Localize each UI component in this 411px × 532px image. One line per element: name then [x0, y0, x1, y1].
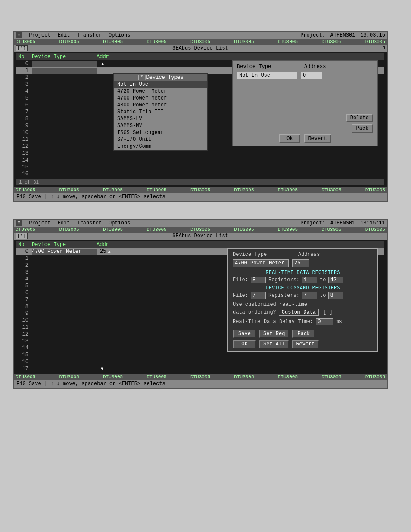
window1-menu-transfer[interactable]: Transfer: [77, 32, 102, 38]
window2-registers-label: Registers:: [268, 277, 299, 283]
table-row[interactable]: 15: [16, 352, 384, 358]
window1-dtu-bottom-7[interactable]: DTU3005: [278, 187, 298, 193]
window2-dtu-1[interactable]: DTU3005: [16, 227, 35, 232]
window2-dtu-7[interactable]: DTU3005: [278, 227, 298, 232]
table-row[interactable]: 15: [16, 164, 384, 171]
window2-revert-btn[interactable]: Revert: [292, 340, 319, 348]
window2-address-input[interactable]: [292, 259, 309, 267]
window2-realtime-row: File: Registers: to: [233, 277, 373, 283]
window1-win-btn[interactable]: [*]: [16, 45, 28, 51]
window1-dtu-bottom-1[interactable]: DTU3005: [16, 187, 35, 193]
window2-delay-input[interactable]: [316, 318, 333, 325]
window1-dtu-2[interactable]: DTU3005: [59, 39, 79, 44]
window1-menu-options[interactable]: Options: [109, 32, 130, 38]
window2-dtu-bottom-6[interactable]: DTU3005: [234, 374, 254, 380]
window2-project-name: ATHENS01: [330, 220, 355, 226]
table-row[interactable]: 16: [16, 171, 384, 177]
window2-win-btn[interactable]: [*]: [16, 233, 28, 239]
window2-custom-data-btn[interactable]: Custom Data: [279, 309, 319, 316]
dropdown-item[interactable]: ISGS Switchgear: [114, 129, 207, 136]
window2-dtu-bottom-5[interactable]: DTU3005: [190, 374, 210, 380]
window2-dtu-bottom-7[interactable]: DTU3005: [278, 374, 298, 380]
window1-dtu-bottom-9[interactable]: DTU3005: [365, 187, 385, 193]
window1-dtu-bottom-2[interactable]: DTU3005: [59, 187, 79, 193]
window1-pack-row: Pack: [237, 124, 373, 133]
window2-dtu-bottom-1[interactable]: DTU3005: [16, 374, 35, 380]
window1-pack-btn[interactable]: Pack: [352, 124, 373, 133]
window1-project-name: ATHENS01: [330, 32, 355, 38]
window2-menu-icon[interactable]: ≡: [16, 220, 22, 226]
window1-device-type-input[interactable]: [237, 72, 297, 79]
window2-reg2-to-input[interactable]: [328, 292, 343, 299]
dropdown-item[interactable]: 4720 Power Meter: [114, 88, 207, 95]
table-row[interactable]: 14: [16, 157, 384, 164]
window2-device-type-input[interactable]: [233, 259, 289, 267]
window1-delete-btn[interactable]: Delete: [346, 114, 373, 122]
window2-dtu-6[interactable]: DTU3005: [234, 227, 254, 232]
window2-file2-input[interactable]: [251, 292, 266, 299]
window1-dtu-bottom-8[interactable]: DTU3005: [321, 187, 341, 193]
window2-menu-project[interactable]: Project: [29, 220, 50, 226]
window2-dtu-bottom-2[interactable]: DTU3005: [59, 374, 79, 380]
dropdown-item[interactable]: 4700 Power Meter: [114, 95, 207, 102]
window1-address-input[interactable]: [301, 72, 322, 79]
window2-btn-row2: Ok Set All Revert: [233, 340, 373, 348]
window2-reg-to-input[interactable]: [328, 277, 343, 283]
dropdown-item[interactable]: Not In Use: [114, 81, 207, 88]
window1-dtu-6[interactable]: DTU3005: [234, 39, 254, 44]
window2-dtu-bottom-4[interactable]: DTU3005: [146, 374, 166, 380]
window2-pack-btn[interactable]: Pack: [292, 330, 315, 338]
window2-menu-options[interactable]: Options: [109, 220, 130, 226]
window1-dtu-8[interactable]: DTU3005: [321, 39, 341, 44]
window2-set-all-btn[interactable]: Set All: [259, 340, 289, 348]
window2-checkbox[interactable]: [ ]: [323, 309, 333, 315]
dropdown-item[interactable]: S7-I/O Unit: [114, 136, 207, 143]
window2-set-reg-btn[interactable]: Set Reg: [259, 330, 289, 338]
window2-save-btn[interactable]: Save: [233, 330, 256, 338]
window2-dtu-5[interactable]: DTU3005: [190, 227, 210, 232]
window2-dtu-bottom-3[interactable]: DTU3005: [103, 374, 123, 380]
window1-dtu-3[interactable]: DTU3005: [103, 39, 123, 44]
window1-dtu-5[interactable]: DTU3005: [190, 39, 210, 44]
dropdown-item[interactable]: 4300 Power Meter: [114, 102, 207, 109]
window2-menu-transfer[interactable]: Transfer: [77, 220, 102, 226]
window1-menu-edit[interactable]: Edit: [58, 32, 70, 38]
window2-reg-from-input[interactable]: [302, 277, 317, 283]
window2-dtu-bottom-8[interactable]: DTU3005: [321, 374, 341, 380]
window2-file-input[interactable]: [251, 277, 266, 283]
window1-dtu-7[interactable]: DTU3005: [278, 39, 298, 44]
dropdown-item[interactable]: SAMMS-LV: [114, 115, 207, 122]
window2-status-bar: F10 Save | ↑ ↓ move, spacebar or <ENTER>…: [14, 380, 387, 388]
window1-dtu-4[interactable]: DTU3005: [146, 39, 166, 44]
window2-menu-edit[interactable]: Edit: [58, 220, 70, 226]
window1-ok-row: Ok Revert: [237, 134, 373, 143]
window1-dtu-bottom-6[interactable]: DTU3005: [234, 187, 254, 193]
window2-reg2-from-input[interactable]: [302, 292, 317, 299]
window2-ok-btn[interactable]: Ok: [233, 340, 256, 348]
dropdown-item[interactable]: Energy/Comm: [114, 143, 207, 150]
table-row[interactable]: 17 ▼: [16, 365, 384, 372]
window1-dtu-bottom-4[interactable]: DTU3005: [146, 187, 166, 193]
window1-dropdown-title: [*]Device Types: [114, 74, 207, 81]
window2-dtu-bottom-9[interactable]: DTU3005: [365, 374, 385, 380]
table-row[interactable]: 16: [16, 358, 384, 365]
dropdown-item[interactable]: SAMMS-MV: [114, 122, 207, 129]
dropdown-item[interactable]: Static Trip III: [114, 109, 207, 115]
table-row[interactable]: 13: [16, 150, 384, 157]
window2-dtu-8[interactable]: DTU3005: [321, 227, 341, 232]
window1-dtu-9[interactable]: DTU3005: [365, 39, 385, 44]
window2-realtime-section-label: REAL-TIME DATA REGISTERS: [233, 270, 373, 276]
window1-ok-btn[interactable]: Ok: [279, 134, 300, 143]
window2-dtu-2[interactable]: DTU3005: [59, 227, 79, 232]
window2-dtu-9[interactable]: DTU3005: [365, 227, 385, 232]
window1-menu-icon[interactable]: ≡: [16, 32, 22, 38]
window1-revert-btn[interactable]: Revert: [304, 134, 331, 143]
window2-dtu-3[interactable]: DTU3005: [103, 227, 123, 232]
window2-dtu-4[interactable]: DTU3005: [146, 227, 166, 232]
window1-menu-project[interactable]: Project: [29, 32, 50, 38]
window1-right-panel: Device Type Address Delete Pack Ok Rever…: [232, 60, 378, 146]
window2-type-addr-input-row: [233, 259, 373, 267]
window1-dtu-bottom-5[interactable]: DTU3005: [190, 187, 210, 193]
window1-dtu-bottom-3[interactable]: DTU3005: [103, 187, 123, 193]
window1-dtu-1[interactable]: DTU3005: [16, 39, 35, 44]
